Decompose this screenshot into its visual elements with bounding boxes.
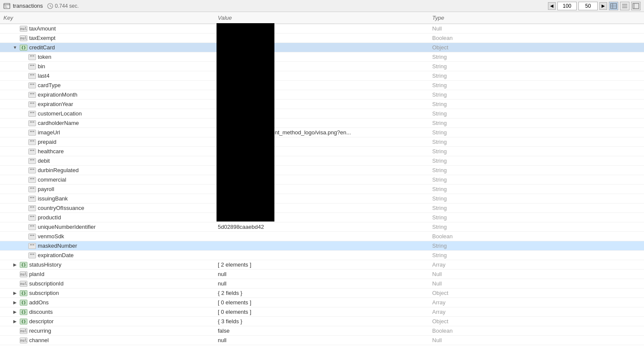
- type-icon: "": [28, 82, 36, 88]
- key-cell: ""prepaid: [0, 138, 214, 146]
- type-cell: Boolean: [429, 34, 644, 42]
- expand-arrow[interactable]: [12, 300, 18, 306]
- prev-page-button[interactable]: ◀: [548, 2, 556, 10]
- type-icon: nul: [20, 281, 27, 287]
- tree-row[interactable]: ""cardTypeString: [0, 81, 644, 90]
- type-icon: "": [28, 177, 36, 183]
- tree-row[interactable]: nulchannelnullNull: [0, 336, 644, 345]
- tree-row[interactable]: ""binString: [0, 62, 644, 71]
- key-cell: nulchannel: [0, 336, 214, 344]
- type-cell: String: [429, 147, 644, 155]
- tree-row[interactable]: ""customerLocationString: [0, 109, 644, 118]
- tree-row[interactable]: ""prepaidString: [0, 137, 644, 147]
- key-name: imageUrl: [38, 129, 60, 136]
- type-icon: "": [28, 243, 36, 249]
- tree-row[interactable]: nulplanIdnullNull: [0, 270, 644, 279]
- key-name: planId: [29, 271, 44, 277]
- type-icon: "": [28, 120, 36, 126]
- tree-row[interactable]: ""cardholderNameString: [0, 118, 644, 128]
- tree-row[interactable]: ""last4String: [0, 71, 644, 81]
- tree-row[interactable]: ""imageUrleegateway.com/payment_method_l…: [0, 128, 644, 137]
- tree-row[interactable]: ""countryOfIssuanceString: [0, 203, 644, 213]
- key-cell: ""cardholderName: [0, 119, 214, 127]
- key-name: statusHistory: [29, 261, 61, 268]
- tree-row[interactable]: {}statusHistory[ 2 elements ]Array: [0, 260, 644, 270]
- expand-arrow[interactable]: [12, 262, 18, 268]
- page-size-1-input[interactable]: [557, 2, 577, 10]
- tree-row[interactable]: ""maskedNumberString: [0, 241, 644, 251]
- key-name: bin: [38, 63, 45, 70]
- key-cell: ""durbinRegulated: [0, 166, 214, 174]
- key-name: taxAmount: [29, 25, 56, 32]
- key-cell: nulrecurring: [0, 327, 214, 335]
- tree-row[interactable]: ""productIdString: [0, 213, 644, 222]
- expand-arrow[interactable]: [12, 309, 18, 315]
- type-cell: Null: [429, 24, 644, 33]
- type-column-header: Type: [429, 14, 644, 22]
- tree-row[interactable]: {}addOns[ 0 elements ]Array: [0, 298, 644, 307]
- view-expand-button[interactable]: [631, 2, 641, 10]
- tree-row[interactable]: ""expirationDateString: [0, 251, 644, 260]
- type-cell: String: [429, 166, 644, 174]
- svg-rect-2: [5, 6, 6, 6]
- key-cell: ""token: [0, 53, 214, 61]
- type-cell: Boolean: [429, 327, 644, 335]
- tree-row[interactable]: nultaxExemptfalseBoolean: [0, 33, 644, 43]
- type-icon: "": [28, 101, 36, 107]
- value-cell: false: [214, 327, 429, 335]
- expand-arrow[interactable]: [12, 319, 18, 325]
- type-cell: String: [429, 185, 644, 193]
- titlebar-controls: ◀ ▶: [548, 2, 641, 10]
- titlebar-time: 0.744 sec.: [47, 3, 78, 9]
- expand-arrow[interactable]: [12, 290, 18, 296]
- type-icon: {}: [20, 309, 27, 315]
- key-name: payroll: [38, 186, 54, 192]
- type-icon: "": [28, 186, 36, 192]
- tree-row[interactable]: ""uniqueNumberIdentifier5d02898caaebd42S…: [0, 222, 644, 232]
- key-name: maskedNumber: [38, 243, 77, 249]
- next-page-button[interactable]: ▶: [599, 2, 607, 10]
- type-cell: String: [429, 119, 644, 127]
- type-icon: {}: [20, 45, 27, 51]
- view-table-button[interactable]: [609, 2, 618, 10]
- tree-row[interactable]: ""payrollString: [0, 185, 644, 194]
- view-list-button[interactable]: [620, 2, 629, 10]
- tree-row[interactable]: {}descriptor{ 3 fields }Object: [0, 317, 644, 326]
- key-cell: ""customerLocation: [0, 109, 214, 118]
- value-cell: { 3 fields }: [214, 317, 429, 325]
- tree-row[interactable]: ""healthcareString: [0, 147, 644, 156]
- type-icon: "": [28, 205, 36, 211]
- tree-row[interactable]: {}discounts[ 0 elements ]Array: [0, 307, 644, 317]
- tree-row[interactable]: {}subscription{ 2 fields }Object: [0, 288, 644, 298]
- type-cell: String: [429, 109, 644, 118]
- key-cell: ""payroll: [0, 185, 214, 193]
- key-name: token: [38, 54, 51, 60]
- key-name: discounts: [29, 309, 53, 315]
- expand-arrow[interactable]: [12, 45, 18, 51]
- tree-row[interactable]: ""durbinRegulatedString: [0, 166, 644, 175]
- tree-row[interactable]: nulrecurringfalseBoolean: [0, 326, 644, 336]
- tree-row[interactable]: {}creditCard{ 22 fields }Object: [0, 43, 644, 52]
- tree-row[interactable]: ""venmoSdkBoolean: [0, 232, 644, 241]
- key-name: debit: [38, 158, 50, 164]
- key-cell: nulplanId: [0, 270, 214, 278]
- tree-row[interactable]: nulsubscriptionIdnullNull: [0, 279, 644, 288]
- key-name: customerLocation: [38, 110, 82, 117]
- type-cell: String: [429, 138, 644, 146]
- tree-row[interactable]: ""expirationYearString: [0, 100, 644, 109]
- key-name: prepaid: [38, 139, 56, 145]
- key-cell: {}descriptor: [0, 317, 214, 325]
- tree-row[interactable]: ""expirationMonthString: [0, 90, 644, 100]
- type-icon: "": [28, 73, 36, 79]
- key-name: cardType: [38, 82, 60, 88]
- tree-row[interactable]: nultaxAmountnullNull: [0, 24, 644, 33]
- key-name: descriptor: [29, 318, 54, 325]
- svg-rect-14: [633, 3, 639, 9]
- tree-row[interactable]: ""debitString: [0, 156, 644, 166]
- tree-row[interactable]: ""tokenString: [0, 52, 644, 62]
- tree-row[interactable]: ""commercialString: [0, 175, 644, 185]
- tree-container[interactable]: nultaxAmountnullNullnultaxExemptfalseBoo…: [0, 24, 644, 349]
- key-name: subscription: [29, 290, 59, 296]
- tree-row[interactable]: ""issuingBanktional AssociationString: [0, 194, 644, 203]
- page-size-2-input[interactable]: [578, 2, 598, 10]
